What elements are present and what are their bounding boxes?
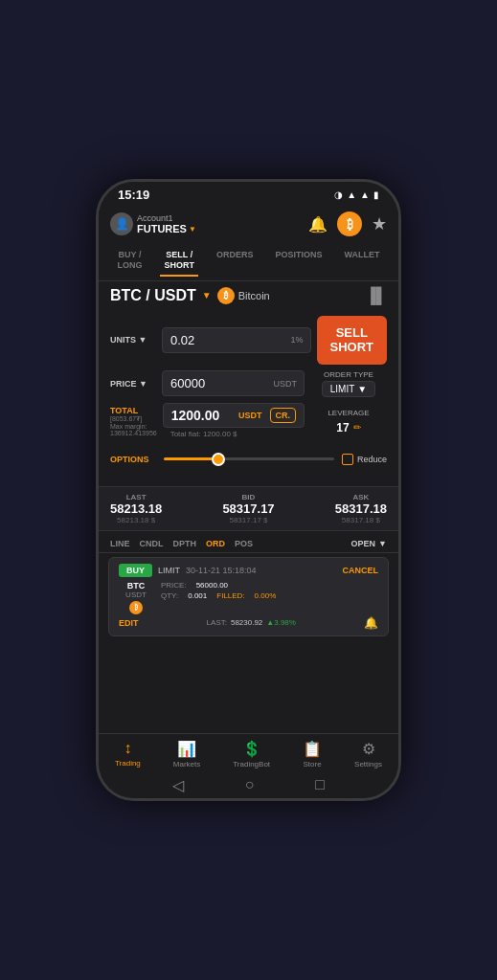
toolbar-pos[interactable]: POS bbox=[235, 539, 253, 548]
nav-trading[interactable]: ↕ Trading bbox=[115, 740, 141, 768]
max-margin-label: Max margin: bbox=[110, 423, 157, 430]
leverage-label: LEVERAGE bbox=[328, 409, 369, 417]
leverage-panel: LEVERAGE 17 ✏ bbox=[310, 409, 387, 434]
max-margin-value: 136912.413956 bbox=[110, 430, 157, 436]
order-qty-row: QTY: 0.001 FILLED: 0.00% bbox=[161, 591, 378, 600]
order-body: BTC USDT ₿ PRICE: 56000.00 QTY: 0.001 FI… bbox=[119, 581, 378, 614]
coin-icon: ₿ bbox=[217, 287, 235, 304]
total-label-section: TOTAL [8053.67₮] Max margin: 136912.4139… bbox=[110, 406, 157, 436]
account-section[interactable]: 👤 Account1 FUTURES ▼ bbox=[110, 212, 196, 235]
app-content: 👤 Account1 FUTURES ▼ 🔔 ₿ ★ bbox=[99, 206, 398, 733]
tab-buy-long[interactable]: BUY / LONG bbox=[113, 246, 146, 277]
tab-orders[interactable]: ORDERS bbox=[213, 246, 258, 277]
star-icon[interactable]: ★ bbox=[372, 213, 387, 234]
toolbar-line[interactable]: LINE bbox=[110, 539, 130, 548]
last-value: 58213.18 bbox=[110, 501, 162, 516]
units-button[interactable]: UNITS ▼ bbox=[110, 335, 156, 345]
pair-row: BTC / USDT ▼ ₿ Bitcoin ▐▌ bbox=[99, 281, 398, 310]
pair-left: BTC / USDT ▼ ₿ Bitcoin bbox=[110, 287, 270, 304]
status-time: 15:19 bbox=[118, 188, 149, 202]
bid-usd: 58317.17 $ bbox=[222, 516, 274, 524]
total-row: TOTAL [8053.67₮] Max margin: 136912.4139… bbox=[110, 403, 387, 440]
pair-dropdown-arrow[interactable]: ▼ bbox=[202, 290, 212, 301]
bottom-nav: ↕ Trading 📊 Markets 💲 TradingBot 📋 Store… bbox=[99, 733, 398, 772]
small-coin-icon: ₿ bbox=[129, 601, 143, 614]
tab-sell-short[interactable]: SELL / SHORT bbox=[160, 246, 198, 277]
buy-badge: BUY bbox=[119, 564, 152, 577]
order-bell-icon[interactable]: 🔔 bbox=[364, 616, 378, 630]
slider-thumb bbox=[212, 453, 225, 466]
wifi-icon: ▲ bbox=[347, 189, 356, 200]
units-row: UNITS ▼ 1% SELL SHORT bbox=[110, 316, 387, 365]
nav-store[interactable]: 📋 Store bbox=[303, 740, 322, 768]
account-info: Account1 FUTURES ▼ bbox=[137, 213, 196, 234]
reduce-section: Reduce bbox=[342, 454, 387, 465]
account-avatar: 👤 bbox=[110, 212, 133, 235]
nav-markets[interactable]: 📊 Markets bbox=[173, 740, 200, 768]
order-price-row: PRICE: 56000.00 bbox=[161, 581, 378, 590]
reduce-checkbox[interactable] bbox=[342, 454, 353, 465]
cr-badge[interactable]: CR. bbox=[270, 408, 297, 423]
order-type-label: ORDER TYPE bbox=[324, 370, 373, 379]
chart-icon[interactable]: ▐▌ bbox=[365, 287, 387, 304]
app-header: 👤 Account1 FUTURES ▼ 🔔 ₿ ★ bbox=[99, 206, 398, 242]
price-currency: USDT bbox=[274, 379, 298, 389]
sell-short-button[interactable]: SELL SHORT bbox=[317, 316, 388, 365]
toolbar-dpth[interactable]: DPTH bbox=[173, 539, 197, 548]
markets-icon: 📊 bbox=[177, 740, 196, 758]
pair-coin-name: Bitcoin bbox=[238, 290, 270, 301]
status-icons: ◑ ▲ ▲ ▮ bbox=[334, 189, 379, 200]
pair-name[interactable]: BTC / USDT bbox=[110, 287, 196, 304]
price-detail-value: 56000.00 bbox=[196, 581, 228, 590]
bid-price-box: BID 58317.17 58317.17 $ bbox=[222, 493, 274, 524]
recent-button[interactable]: □ bbox=[315, 776, 325, 794]
filled-label: FILLED: bbox=[216, 591, 244, 600]
units-input[interactable] bbox=[162, 327, 311, 353]
order-type-button[interactable]: LIMIT ▼ bbox=[322, 381, 375, 397]
order-header: BUY LIMIT 30-11-21 15:18:04 CANCEL bbox=[119, 564, 378, 577]
slider-container[interactable] bbox=[164, 450, 334, 469]
chart-toolbar: LINE CNDL DPTH ORD POS OPEN ▼ bbox=[99, 535, 398, 553]
toolbar-ord[interactable]: ORD bbox=[206, 539, 225, 548]
total-input-section: 1200.00 USDT CR. Total fiat: 1200.00 $ bbox=[163, 403, 305, 440]
units-percent: 1% bbox=[290, 335, 303, 345]
order-pair: BTC bbox=[127, 581, 146, 590]
price-button[interactable]: PRICE ▼ bbox=[110, 379, 156, 389]
store-label: Store bbox=[304, 760, 322, 768]
total-label: TOTAL bbox=[110, 406, 157, 415]
futures-label[interactable]: FUTURES ▼ bbox=[137, 223, 196, 234]
last-section: LAST: 58230.92 ▲3.98% bbox=[207, 618, 296, 627]
signal-icon: ▲ bbox=[360, 189, 370, 200]
trading-label: Trading bbox=[115, 759, 141, 768]
home-button[interactable]: ○ bbox=[245, 776, 255, 794]
leverage-edit-icon[interactable]: ✏ bbox=[353, 422, 361, 433]
home-indicator: ◁ ○ □ bbox=[99, 772, 398, 798]
order-type-text: LIMIT bbox=[158, 566, 180, 575]
edit-button[interactable]: EDIT bbox=[119, 618, 139, 628]
tab-positions[interactable]: POSITIONS bbox=[271, 246, 326, 277]
bitcoin-icon[interactable]: ₿ bbox=[337, 212, 362, 236]
order-type-panel: ORDER TYPE LIMIT ▼ bbox=[310, 370, 387, 397]
nav-tradingbot[interactable]: 💲 TradingBot bbox=[233, 740, 270, 768]
total-sub: [8053.67₮] bbox=[110, 415, 157, 423]
nav-settings[interactable]: ⚙ Settings bbox=[354, 740, 382, 768]
cancel-button[interactable]: CANCEL bbox=[343, 566, 379, 575]
store-icon: 📋 bbox=[303, 740, 322, 758]
data-icon: ◑ bbox=[334, 189, 343, 200]
bell-icon[interactable]: 🔔 bbox=[308, 215, 328, 234]
options-label: OPTIONS bbox=[110, 455, 156, 464]
order-footer: EDIT LAST: 58230.92 ▲3.98% 🔔 bbox=[119, 616, 378, 630]
ask-usd: 58317.18 $ bbox=[335, 516, 387, 524]
units-input-wrapper: 1% bbox=[162, 327, 311, 353]
order-pair-sub: USDT bbox=[125, 590, 147, 599]
settings-icon: ⚙ bbox=[362, 740, 375, 758]
status-bar: 15:19 ◑ ▲ ▲ ▮ bbox=[99, 182, 398, 206]
chart-toolbar-items: LINE CNDL DPTH ORD POS bbox=[110, 539, 253, 548]
open-dropdown[interactable]: OPEN ▼ bbox=[351, 539, 387, 548]
tab-wallet[interactable]: WALLET bbox=[340, 246, 383, 277]
qty-detail-label: QTY: bbox=[161, 591, 178, 600]
toolbar-cndl[interactable]: CNDL bbox=[140, 539, 164, 548]
back-button[interactable]: ◁ bbox=[172, 776, 184, 794]
ask-value: 58317.18 bbox=[335, 501, 387, 516]
last-price-box: LAST 58213.18 58213.18 $ bbox=[110, 493, 162, 524]
